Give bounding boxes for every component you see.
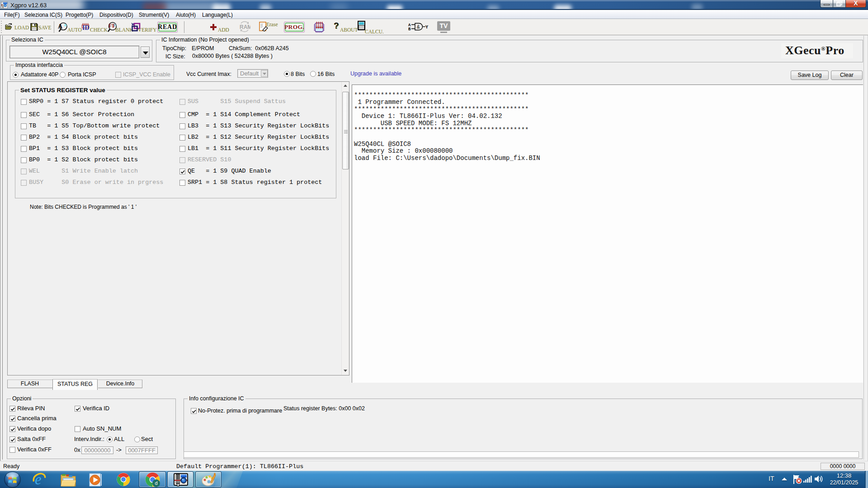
svg-text:RAM: RAM <box>240 24 250 30</box>
svg-text:FF: FF <box>108 22 116 29</box>
svg-text:B: B <box>408 27 411 31</box>
svg-text:&: & <box>417 24 420 29</box>
svg-text:A: A <box>58 23 63 30</box>
svg-text:ID: ID <box>82 24 90 31</box>
svg-text:Y: Y <box>425 25 428 30</box>
